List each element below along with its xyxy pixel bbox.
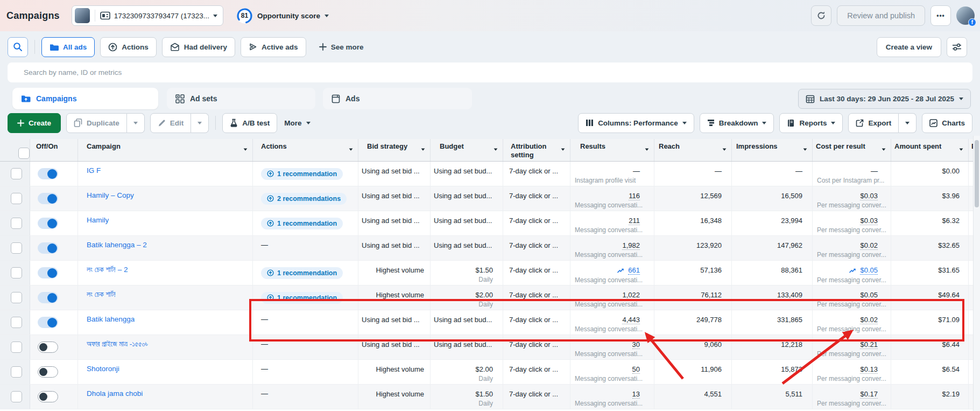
column-header-reach[interactable]: Reach xyxy=(654,139,732,161)
row-checkbox[interactable] xyxy=(11,292,22,303)
duplicate-button[interactable]: Duplicate xyxy=(66,113,127,133)
export-button[interactable]: Export xyxy=(848,113,899,133)
row-checkbox[interactable] xyxy=(11,193,22,204)
results-value[interactable]: — xyxy=(633,167,640,175)
column-header-impressions[interactable]: Impressions xyxy=(732,139,813,161)
filter-chip-active-ads[interactable]: Active ads xyxy=(241,37,306,57)
cost-value[interactable]: $0.03 xyxy=(860,217,878,225)
campaign-toggle[interactable] xyxy=(38,366,58,378)
tab-ad-sets[interactable]: Ad sets xyxy=(167,88,315,109)
campaign-toggle[interactable] xyxy=(38,242,58,254)
campaign-toggle[interactable] xyxy=(38,168,58,179)
row-checkbox[interactable] xyxy=(11,317,22,328)
results-value[interactable]: 50 xyxy=(632,365,640,374)
create-a-view-button[interactable]: Create a view xyxy=(877,37,941,57)
campaign-name-link[interactable]: লং চেক শার্ট! xyxy=(87,290,116,299)
search-filter-button[interactable] xyxy=(8,37,28,57)
search-input[interactable] xyxy=(8,62,972,82)
recommendation-badge[interactable]: 1 recommendation xyxy=(261,292,343,304)
results-value[interactable]: 4,443 xyxy=(622,316,640,324)
cost-value[interactable]: $0.02 xyxy=(860,241,878,250)
column-header-budget[interactable]: Budget xyxy=(431,139,503,161)
recommendation-badge[interactable]: 2 recommendations xyxy=(261,193,347,205)
review-and-publish-button[interactable]: Review and publish xyxy=(837,5,925,26)
recommendation-badge[interactable]: 1 recommendation xyxy=(261,168,343,180)
campaign-toggle[interactable] xyxy=(38,342,58,353)
cost-value[interactable]: $0.13 xyxy=(860,365,878,374)
campaign-name-link[interactable]: Batik lahengga xyxy=(87,315,135,323)
results-value[interactable]: 211 xyxy=(629,217,640,225)
cost-value[interactable]: $0.03 xyxy=(860,192,878,200)
campaign-toggle[interactable] xyxy=(38,218,58,229)
cost-value[interactable]: $0.02 xyxy=(860,316,878,324)
filter-chip-actions[interactable]: Actions xyxy=(100,37,157,57)
column-header-amount-spent[interactable]: Amount spent xyxy=(891,139,969,161)
campaign-toggle[interactable] xyxy=(38,292,58,303)
campaign-toggle[interactable] xyxy=(38,317,58,328)
filter-chip-had-delivery[interactable]: Had delivery xyxy=(162,37,235,57)
column-header-results[interactable]: Results xyxy=(570,139,654,161)
refresh-button[interactable] xyxy=(811,5,831,26)
results-value[interactable]: 661 xyxy=(628,266,640,275)
see-more-button[interactable]: See more xyxy=(312,37,371,57)
column-header-actions[interactable]: Actions xyxy=(253,139,358,161)
results-value[interactable]: 116 xyxy=(629,192,640,200)
row-checkbox[interactable] xyxy=(11,391,22,402)
more-button[interactable]: More xyxy=(277,113,317,133)
cost-value[interactable]: $0.17 xyxy=(860,390,878,399)
select-all-checkbox[interactable] xyxy=(18,148,30,159)
row-checkbox[interactable] xyxy=(11,242,22,254)
row-checkbox[interactable] xyxy=(11,366,22,378)
results-value[interactable]: 30 xyxy=(632,340,640,349)
filter-chip-all-ads[interactable]: All ads xyxy=(41,37,95,57)
scrollbar-thumb[interactable] xyxy=(975,140,979,207)
campaign-name-link[interactable]: IG F xyxy=(87,166,101,175)
column-header-attribution-setting[interactable]: Attribution setting xyxy=(503,139,570,161)
edit-dropdown-button[interactable] xyxy=(191,113,209,133)
row-checkbox[interactable] xyxy=(11,342,22,353)
more-options-button[interactable]: ••• xyxy=(930,5,951,26)
export-dropdown-button[interactable] xyxy=(899,113,916,133)
create-button[interactable]: Create xyxy=(8,113,61,133)
tab-ads[interactable]: Ads xyxy=(323,88,472,109)
results-value[interactable]: 1,022 xyxy=(622,291,640,299)
row-checkbox[interactable] xyxy=(11,218,22,229)
vertical-scrollbar[interactable] xyxy=(973,136,980,411)
row-checkbox[interactable] xyxy=(11,267,22,278)
campaign-name-link[interactable]: লং চেক শার্ট! – 2 xyxy=(87,266,128,274)
recommendation-badge[interactable]: 1 recommendation xyxy=(261,218,343,229)
cost-value[interactable]: $0.05 xyxy=(860,266,878,275)
cost-value[interactable]: — xyxy=(871,167,878,175)
column-header-bid-strategy[interactable]: Bid strategy xyxy=(358,139,431,161)
columns-button[interactable]: Columns: Performance xyxy=(578,113,694,133)
row-checkbox[interactable] xyxy=(11,168,22,179)
duplicate-dropdown-button[interactable] xyxy=(127,113,145,133)
column-header-cost-per-result[interactable]: Cost per result xyxy=(813,139,891,161)
campaign-name-link[interactable]: Hamily xyxy=(87,216,109,224)
campaign-name-link[interactable]: অফার প্রাইজে মাত্র -১৫৫০৳ xyxy=(87,340,148,349)
opportunity-score[interactable]: 81 Opportunity score xyxy=(236,8,329,24)
breakdown-button[interactable]: Breakdown xyxy=(700,113,774,133)
recommendation-badge[interactable]: 1 recommendation xyxy=(261,267,343,279)
edit-button[interactable]: Edit xyxy=(150,113,192,133)
view-settings-button[interactable] xyxy=(947,37,967,57)
campaign-toggle[interactable] xyxy=(38,267,58,278)
campaign-name-link[interactable]: Hamily – Copy xyxy=(87,191,134,199)
column-header-campaign[interactable]: Campaign xyxy=(78,139,253,161)
cost-value[interactable]: $0.05 xyxy=(860,291,878,299)
account-selector[interactable]: 1732309733793477 (17323... xyxy=(72,5,223,26)
results-value[interactable]: 1,982 xyxy=(622,241,640,250)
campaign-toggle[interactable] xyxy=(38,193,58,204)
cost-value[interactable]: $0.21 xyxy=(860,340,878,349)
charts-button[interactable]: Charts xyxy=(922,113,972,133)
campaign-toggle[interactable] xyxy=(38,391,58,402)
campaign-name-link[interactable]: Dhola jama chobi xyxy=(87,389,143,398)
date-range-selector[interactable]: Last 30 days: 29 Jun 2025 - 28 Jul 2025 xyxy=(798,89,971,109)
ab-test-button[interactable]: A/B test xyxy=(222,113,277,133)
reports-button[interactable]: Reports xyxy=(779,113,843,133)
column-header-off-on[interactable]: Off/On xyxy=(30,139,78,161)
campaign-name-link[interactable]: Shotoronji xyxy=(87,365,119,373)
tab-campaigns[interactable]: Campaigns xyxy=(12,88,158,109)
campaign-name-link[interactable]: Batik lahengga – 2 xyxy=(87,241,147,249)
user-avatar[interactable]: f xyxy=(956,6,975,25)
